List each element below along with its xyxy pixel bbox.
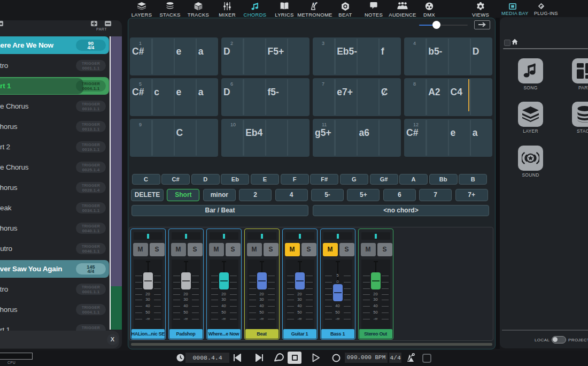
svg-text:P: P [315, 2, 316, 5]
